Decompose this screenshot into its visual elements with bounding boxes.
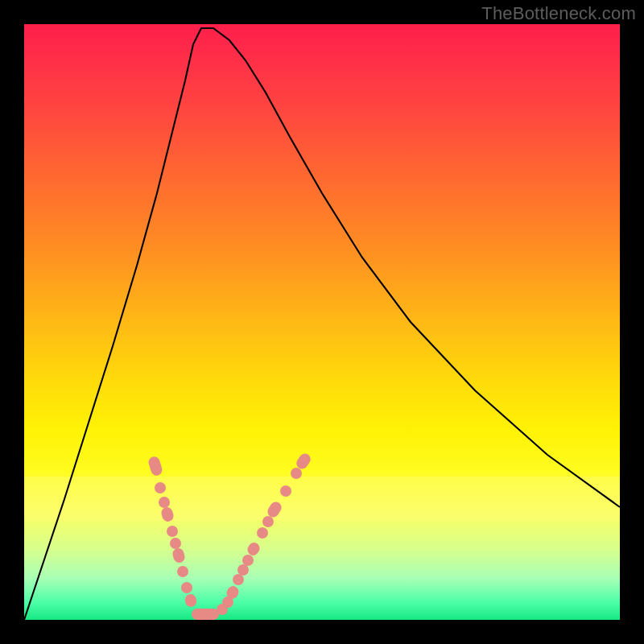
data-dot	[262, 516, 274, 527]
data-dot	[280, 485, 291, 497]
data-pill	[171, 547, 186, 564]
data-dot	[291, 468, 302, 479]
data-dot	[159, 497, 170, 508]
plot-area	[24, 24, 620, 620]
data-dot	[167, 526, 178, 537]
data-dot	[170, 538, 181, 549]
data-pill	[147, 455, 163, 477]
marker-group	[147, 452, 313, 620]
chart-frame: TheBottleneck.com	[0, 0, 644, 644]
data-dot	[155, 482, 166, 493]
bottleneck-curve	[24, 28, 620, 620]
data-dot	[177, 566, 188, 577]
data-dot	[242, 555, 254, 566]
curve-layer	[24, 24, 620, 620]
curve-group	[24, 28, 620, 620]
data-dot	[257, 527, 268, 539]
data-pill	[192, 609, 219, 620]
data-dot	[233, 574, 244, 585]
data-pill	[184, 593, 197, 609]
data-pill	[160, 506, 175, 522]
data-dot	[237, 564, 249, 576]
data-dot	[181, 582, 192, 593]
watermark-text: TheBottleneck.com	[481, 3, 636, 24]
